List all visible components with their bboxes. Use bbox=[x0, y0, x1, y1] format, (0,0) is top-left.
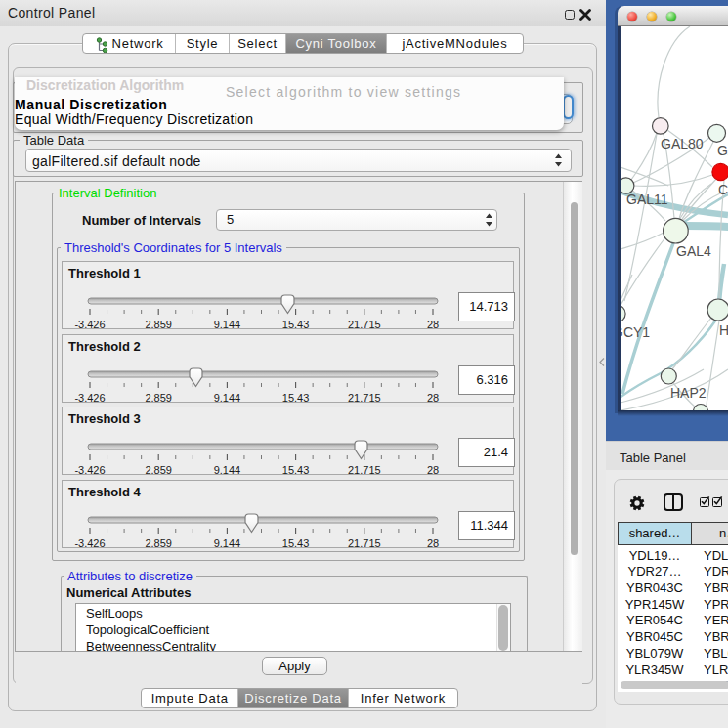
svg-text:2.859: 2.859 bbox=[145, 392, 172, 404]
svg-text:28: 28 bbox=[427, 392, 439, 404]
svg-text:GAL80: GAL80 bbox=[661, 136, 704, 151]
svg-text:21.715: 21.715 bbox=[348, 464, 381, 476]
svg-text:9.144: 9.144 bbox=[214, 537, 241, 549]
svg-text:2.859: 2.859 bbox=[145, 319, 172, 330]
svg-text:2.859: 2.859 bbox=[145, 464, 172, 476]
svg-text:-3.426: -3.426 bbox=[74, 319, 105, 330]
svg-text:9.144: 9.144 bbox=[214, 392, 241, 404]
svg-text:15.43: 15.43 bbox=[282, 319, 310, 330]
svg-text:GAL11: GAL11 bbox=[626, 192, 668, 207]
svg-text:C: C bbox=[718, 182, 728, 197]
svg-text:9.144: 9.144 bbox=[214, 464, 241, 476]
svg-text:15.43: 15.43 bbox=[282, 464, 310, 476]
svg-text:21.715: 21.715 bbox=[348, 537, 381, 549]
svg-text:21.715: 21.715 bbox=[348, 392, 381, 404]
svg-text:-3.426: -3.426 bbox=[74, 537, 105, 549]
svg-text:-3.426: -3.426 bbox=[74, 392, 105, 404]
svg-text:28: 28 bbox=[427, 537, 439, 549]
svg-text:GAL4: GAL4 bbox=[676, 243, 711, 259]
svg-text:21.715: 21.715 bbox=[348, 319, 381, 330]
svg-text:GA: GA bbox=[717, 143, 728, 158]
svg-text:HAP2: HAP2 bbox=[670, 385, 707, 401]
svg-text:9.144: 9.144 bbox=[214, 319, 241, 330]
svg-text:-3.426: -3.426 bbox=[74, 464, 105, 476]
svg-text:28: 28 bbox=[427, 319, 439, 330]
svg-text:15.43: 15.43 bbox=[282, 537, 310, 549]
svg-text:2.859: 2.859 bbox=[145, 537, 172, 549]
svg-text:15.43: 15.43 bbox=[282, 392, 310, 404]
svg-text:28: 28 bbox=[427, 464, 439, 476]
svg-text:H: H bbox=[719, 322, 728, 338]
svg-text:GCY1: GCY1 bbox=[621, 324, 650, 340]
